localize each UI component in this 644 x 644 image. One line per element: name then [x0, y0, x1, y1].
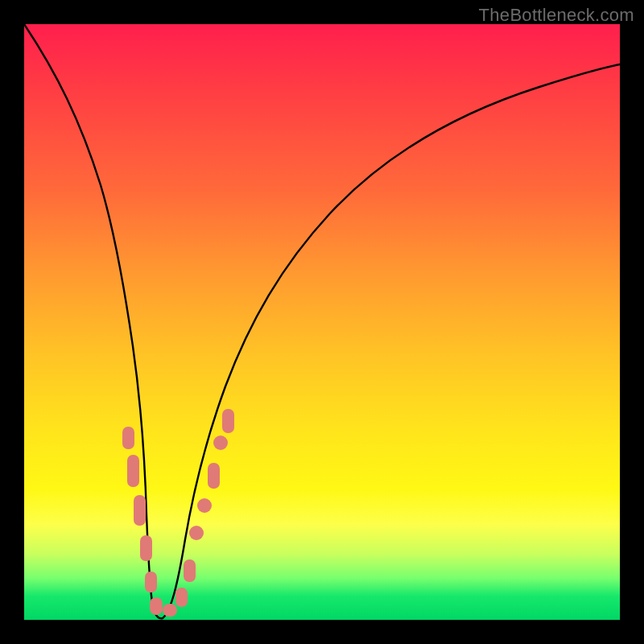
- svg-point-9: [189, 526, 204, 540]
- svg-point-10: [197, 498, 212, 513]
- watermark-text: TheBottleneck.com: [479, 5, 634, 26]
- svg-rect-6: [163, 604, 177, 617]
- svg-rect-7: [175, 588, 188, 607]
- svg-rect-1: [127, 455, 139, 487]
- optimal-marker-cluster: [122, 409, 234, 617]
- svg-rect-0: [122, 427, 134, 449]
- svg-rect-5: [150, 597, 163, 615]
- bottleneck-curve: [24, 24, 620, 618]
- svg-point-12: [213, 436, 228, 450]
- svg-rect-2: [134, 495, 146, 526]
- svg-rect-11: [208, 463, 220, 489]
- chart-overlay-svg: [24, 24, 620, 620]
- svg-rect-13: [222, 409, 234, 433]
- svg-rect-8: [184, 559, 196, 582]
- svg-rect-3: [140, 535, 152, 561]
- chart-plot-area: [24, 24, 620, 620]
- svg-rect-4: [145, 572, 157, 592]
